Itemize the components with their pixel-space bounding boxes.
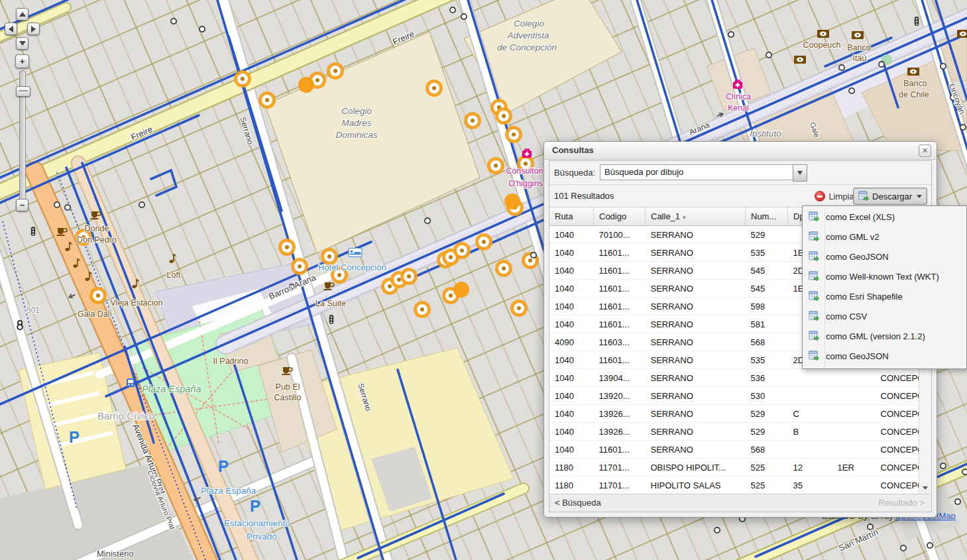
export-table-icon [809, 251, 819, 262]
cell: 568 [746, 441, 788, 459]
query-result-marker[interactable] [402, 270, 416, 284]
query-result-marker[interactable] [455, 244, 469, 258]
download-menu-item[interactable]: como Excel (XLS) [803, 207, 966, 227]
search-type-select[interactable]: Búsqueda por dibujo [600, 164, 797, 180]
poi-circle-icon [839, 65, 844, 70]
table-row[interactable]: 104013920...SERRANO530CONCEPCIÓN [549, 387, 919, 405]
cell [832, 476, 876, 494]
column-header[interactable]: Ruta [549, 207, 594, 226]
bank-icon [957, 30, 967, 38]
query-result-marker[interactable] [91, 289, 105, 303]
table-row[interactable]: 104013926...SERRANO529BCONCEPCIÓN [549, 423, 919, 441]
window-titlebar[interactable]: Consultas ✕ [544, 142, 937, 160]
query-result-marker[interactable] [236, 72, 250, 86]
traffic-light-icon [31, 227, 35, 236]
svg-text:Itaú: Itaú [853, 54, 867, 63]
close-button[interactable]: ✕ [919, 144, 931, 157]
window-title: Consultas [552, 145, 594, 155]
query-result-marker[interactable] [416, 303, 429, 317]
cell: 1040 [549, 369, 594, 387]
svg-text:Castillo: Castillo [274, 393, 302, 402]
results-count: 101 Resultados [554, 191, 614, 201]
query-result-marker[interactable] [260, 93, 274, 107]
table-row[interactable]: 104013926...SERRANO529CCONCEPCIÓN [549, 405, 919, 423]
pan-left-button[interactable] [5, 23, 17, 35]
download-menu-item[interactable]: como GeoJSON [803, 247, 966, 266]
column-header[interactable]: Num... [746, 207, 788, 226]
zoom-out-button[interactable]: − [16, 199, 28, 211]
cell: 1040 [549, 298, 594, 315]
cell: SERRANO [646, 441, 746, 459]
svg-text:Plaza España: Plaza España [142, 384, 201, 394]
table-row[interactable]: 104011601...SERRANO568CONCEPCIÓN [549, 441, 919, 459]
download-menu-item[interactable]: como GML v2 [803, 227, 966, 247]
svg-text:La Suite: La Suite [315, 299, 346, 308]
selected-result-marker[interactable] [298, 77, 314, 93]
column-header[interactable]: Calle_1▾ [646, 207, 746, 226]
download-menu-item[interactable]: como CSV [803, 306, 966, 326]
svg-text:Ministerio: Ministerio [97, 549, 134, 559]
query-result-marker[interactable] [512, 302, 526, 315]
download-menu-item[interactable]: como Esri Shapefile [803, 286, 966, 306]
column-header[interactable]: Codigo [594, 207, 646, 226]
query-result-marker[interactable] [489, 159, 503, 173]
scroll-down-button[interactable] [920, 483, 931, 493]
export-table-icon [809, 291, 819, 302]
selected-result-marker[interactable] [453, 282, 469, 298]
svg-text:Dominicas: Dominicas [335, 130, 377, 140]
svg-text:Donde: Donde [85, 224, 109, 233]
pan-down-button[interactable] [16, 37, 28, 50]
query-result-marker[interactable] [477, 235, 491, 249]
svg-text:Adventista: Adventista [506, 30, 549, 40]
table-row[interactable]: 118011701...OBISPO HIPOLIT...525121ERCON… [549, 459, 919, 476]
download-menu-item[interactable]: como GeoJSON [803, 346, 966, 366]
svg-text:Pub El: Pub El [276, 382, 300, 392]
query-result-marker[interactable] [323, 250, 337, 264]
export-table-icon [809, 311, 819, 321]
pan-up-button[interactable] [16, 8, 28, 21]
query-result-marker[interactable] [507, 128, 521, 142]
cell [832, 387, 876, 405]
svg-text:Vieja Estacion: Vieja Estacion [111, 298, 163, 308]
download-menu-item[interactable]: como Well-known Text (WKT) [803, 266, 966, 286]
clear-icon [815, 191, 825, 201]
pan-right-button[interactable] [27, 23, 40, 35]
query-result-marker[interactable] [466, 114, 480, 128]
query-result-marker[interactable] [497, 109, 511, 123]
back-to-search-button[interactable]: < Búsqueda [555, 498, 601, 508]
export-table-icon [809, 231, 819, 242]
cell: 70100... [594, 226, 646, 244]
forward-to-result-button[interactable]: Resultado > [878, 498, 925, 508]
query-result-marker[interactable] [427, 82, 441, 95]
download-menu-item[interactable]: como GML (version 2.1.2) [803, 326, 966, 346]
cell: CONCEPCIÓN [876, 476, 919, 494]
parking-icon: P [250, 497, 260, 515]
selected-result-marker[interactable] [504, 194, 520, 209]
cell: 11601... [594, 315, 646, 333]
zoom-slider-handle[interactable] [16, 86, 30, 97]
cell: 13920... [594, 387, 646, 405]
zoom-in-button[interactable]: + [15, 54, 29, 68]
query-result-marker[interactable] [293, 260, 307, 274]
poi-circle-icon [54, 202, 60, 207]
download-button[interactable]: Descargar [853, 188, 927, 205]
svg-text:Clínica: Clínica [726, 92, 751, 101]
clear-button[interactable]: Limpiar [815, 190, 857, 203]
cell: CONCEPCIÓN [876, 369, 919, 387]
select-trigger-button[interactable] [793, 164, 807, 182]
cell: 529 [746, 423, 788, 441]
right-arrow-icon [31, 26, 36, 32]
cell: SERRANO [646, 315, 746, 333]
cell [832, 441, 876, 459]
bank-icon [794, 56, 806, 64]
query-result-marker[interactable] [280, 241, 294, 254]
query-result-marker[interactable] [329, 64, 343, 78]
bank-icon [852, 31, 864, 39]
chevron-down-icon [917, 195, 922, 198]
svg-text:Il Padrino: Il Padrino [213, 357, 249, 366]
table-row[interactable]: 118011701...HIPOLITO SALAS52535CONCEPCIÓ… [549, 476, 919, 494]
table-row[interactable]: 104013904...SERRANO536CONCEPCIÓN [549, 369, 919, 387]
results-toolbar: 101 Resultados Limpiar Descargar [549, 185, 931, 207]
query-result-marker[interactable] [497, 262, 511, 276]
cell: CONCEPCIÓN [876, 423, 919, 441]
